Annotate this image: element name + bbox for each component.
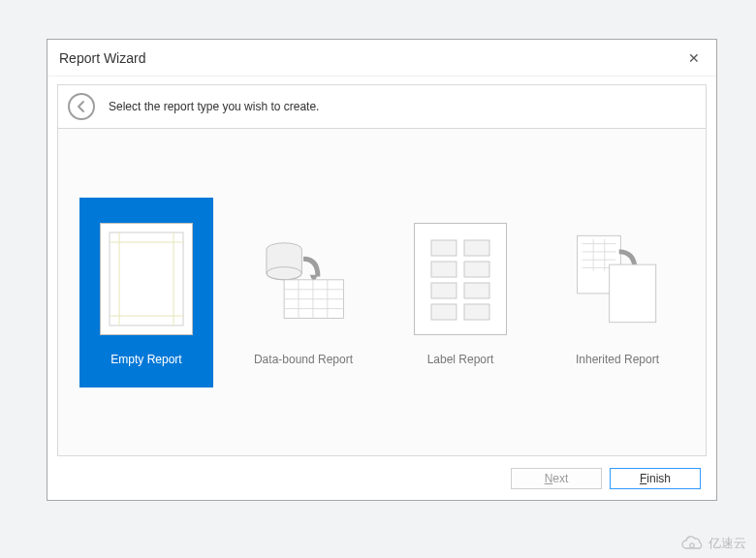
dialog-footer: Next Finish [47,457,716,500]
svg-rect-0 [110,232,183,326]
option-label: Inherited Report [576,353,659,366]
inherited-report-icon [571,223,664,335]
svg-rect-20 [431,304,457,320]
option-label: Data-bound Report [254,353,353,366]
finish-button[interactable]: Finish [610,468,701,489]
instruction-text: Select the report type you wish to creat… [109,100,319,113]
report-wizard-dialog: Report Wizard ✕ Select the report type y… [47,39,717,501]
watermark: 亿速云 [679,535,746,552]
svg-rect-19 [464,283,489,298]
svg-rect-16 [431,262,457,277]
svg-rect-14 [431,240,457,256]
instruction-bar: Select the report type you wish to creat… [57,84,707,129]
svg-rect-21 [464,304,489,320]
option-empty-report[interactable]: Empty Report [79,198,213,388]
option-inherited-report[interactable]: Inherited Report [551,198,684,388]
svg-rect-17 [464,262,489,277]
next-button: Next [511,468,602,489]
label-report-icon [414,223,507,335]
option-label: Empty Report [110,353,181,366]
watermark-text: 亿速云 [709,535,746,552]
data-bound-report-icon [257,223,350,335]
svg-rect-18 [431,283,457,298]
svg-rect-29 [610,264,656,323]
option-data-bound-report[interactable]: Data-bound Report [236,198,370,388]
option-label-report[interactable]: Label Report [394,198,527,388]
svg-rect-15 [464,240,489,256]
cloud-icon [679,535,705,552]
back-button[interactable] [68,93,95,120]
svg-point-30 [690,543,694,547]
dialog-title: Report Wizard [59,50,145,66]
empty-report-icon [100,223,193,335]
close-icon: ✕ [688,50,700,66]
arrow-left-icon [75,100,88,113]
titlebar: Report Wizard ✕ [47,40,716,77]
options-panel: Empty Report [57,129,707,456]
option-label: Label Report [427,353,494,366]
close-button[interactable]: ✕ [683,47,705,69]
